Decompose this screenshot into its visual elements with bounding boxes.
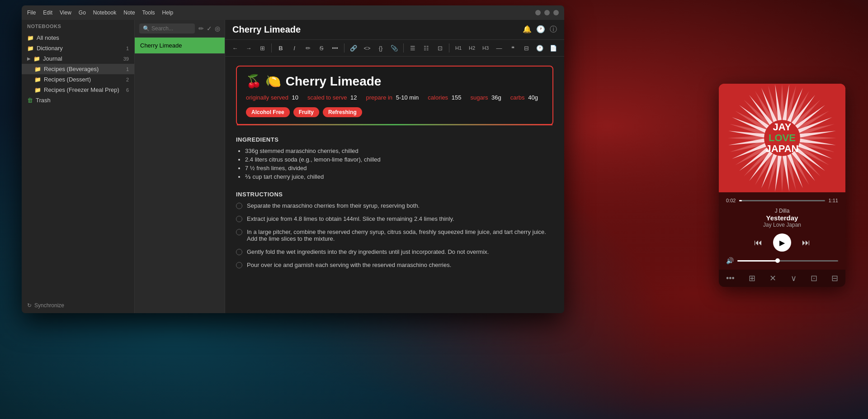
- sidebar-item-trash[interactable]: 🗑 Trash: [22, 95, 134, 105]
- app-body: Notebooks 📁 All notes 📁 Dictionary 1 ▶ 📁…: [22, 20, 564, 313]
- minimize-button[interactable]: —: [535, 10, 541, 15]
- volume-bar[interactable]: [737, 260, 838, 262]
- italic-button[interactable]: I: [288, 42, 301, 54]
- sidebar-item-all-notes[interactable]: 📁 All notes: [22, 33, 134, 43]
- info-icon[interactable]: ⓘ: [550, 25, 557, 34]
- instruction-item: Separate the maraschino cherries from th…: [236, 202, 553, 209]
- page-button[interactable]: 📄: [547, 42, 560, 54]
- more-button[interactable]: •••: [329, 42, 341, 54]
- sidebar-count-dictionary: 1: [126, 46, 129, 51]
- menu-edit[interactable]: Edit: [43, 10, 52, 16]
- share-icon[interactable]: ◎: [215, 25, 220, 32]
- ingredient-list: 336g stemmed maraschino cherries, chille…: [236, 148, 553, 180]
- sidebar-item-dictionary[interactable]: 📁 Dictionary 1: [22, 43, 134, 53]
- chevron-down-icon[interactable]: ∨: [791, 273, 797, 283]
- bold-button[interactable]: B: [274, 42, 287, 54]
- sidebar-label-journal: Journal: [43, 55, 62, 62]
- history-icon[interactable]: 🕐: [536, 25, 545, 34]
- instruction-radio[interactable]: [236, 216, 242, 222]
- track-album: Jay Love Japan: [726, 222, 838, 228]
- tag-refreshing[interactable]: Refreshing: [323, 107, 362, 117]
- instruction-radio[interactable]: [236, 229, 242, 235]
- menu-file[interactable]: File: [27, 10, 36, 16]
- cast-icon[interactable]: ⊟: [831, 273, 838, 283]
- h1-button[interactable]: H1: [452, 42, 465, 54]
- player-controls: ⏮ ▶ ⏭: [726, 233, 838, 252]
- alarm-icon[interactable]: 🔔: [523, 25, 532, 34]
- instruction-radio[interactable]: [236, 249, 242, 255]
- instruction-radio[interactable]: [236, 203, 242, 209]
- recipe-card: 🍒 🍋 Cherry Limeade originally served 10 …: [236, 66, 553, 125]
- sidebar-item-recipes-dessert[interactable]: 📁 Recipes (Dessert) 2: [22, 74, 134, 85]
- instruction-radio[interactable]: [236, 262, 242, 268]
- next-button[interactable]: ⏭: [802, 238, 810, 248]
- h3-button[interactable]: H3: [479, 42, 492, 54]
- instruction-text: Extract juice from 4.8 limes to obtain 1…: [247, 215, 454, 222]
- check-icon[interactable]: ✓: [207, 25, 212, 32]
- note-list-toolbar: 🔍 ✏ ✓ ◎: [135, 20, 225, 38]
- table-button[interactable]: ⊟: [520, 42, 533, 54]
- sidebar-item-journal[interactable]: ▶ 📁 Journal 39: [22, 53, 134, 64]
- new-note-icon[interactable]: ✏: [198, 25, 204, 32]
- code-button[interactable]: <>: [361, 42, 373, 54]
- attach-button[interactable]: 📎: [388, 42, 401, 54]
- close-player-icon[interactable]: ✕: [769, 273, 776, 283]
- search-box[interactable]: 🔍: [139, 24, 195, 33]
- window-controls: — □ ×: [535, 10, 559, 15]
- sidebar-item-recipes-freezer[interactable]: 📁 Recipes (Freezer Meal Prep) 6: [22, 85, 134, 95]
- close-button[interactable]: ×: [553, 10, 559, 15]
- forward-button[interactable]: →: [242, 42, 255, 54]
- track-info: J Dilla Yesterday Jay Love Japan: [726, 208, 838, 228]
- previous-button[interactable]: ⏮: [754, 238, 762, 248]
- play-button[interactable]: ▶: [773, 233, 791, 252]
- divider-button[interactable]: —: [493, 42, 505, 54]
- progress-total: 1:11: [829, 198, 838, 203]
- menu-dots-icon[interactable]: •••: [726, 274, 735, 283]
- strikethrough-button[interactable]: S: [315, 42, 328, 54]
- sidebar-label-recipes-freezer: Recipes (Freezer Meal Prep): [44, 86, 119, 93]
- tag-fruity[interactable]: Fruity: [293, 107, 319, 117]
- scaled-to-serve-value: 12: [350, 94, 357, 101]
- recipe-card-title: 🍒 🍋 Cherry Limeade: [246, 74, 543, 89]
- volume-icon[interactable]: 🔊: [726, 257, 734, 264]
- player-body: 0:02 1:11 J Dilla Yesterday Jay Love Jap…: [719, 192, 845, 270]
- search-input[interactable]: [151, 25, 191, 32]
- h2-button[interactable]: H2: [466, 42, 478, 54]
- link-button[interactable]: 🔗: [347, 42, 360, 54]
- album-line1: JAY: [766, 122, 799, 133]
- block-button[interactable]: {}: [374, 42, 387, 54]
- recipe-title: Cherry Limeade: [286, 74, 382, 89]
- bullet-list-button[interactable]: ☰: [406, 42, 419, 54]
- sidebar-count-journal: 39: [123, 56, 129, 62]
- screen-icon[interactable]: ⊞: [749, 273, 755, 283]
- time-button[interactable]: 🕐: [533, 42, 546, 54]
- originally-served-value: 10: [292, 94, 298, 101]
- number-list-button[interactable]: ☷: [420, 42, 433, 54]
- back-button[interactable]: ←: [229, 42, 241, 54]
- menu-help[interactable]: Help: [162, 10, 174, 16]
- highlight-button[interactable]: ✏: [302, 42, 314, 54]
- menu-view[interactable]: View: [60, 10, 71, 16]
- ingredient-item: ⅔ cup tart cherry juice, chilled: [245, 173, 553, 180]
- sync-button[interactable]: ↻ Synchronize: [22, 298, 134, 313]
- maximize-button[interactable]: □: [544, 10, 550, 15]
- menu-note[interactable]: Note: [123, 10, 135, 16]
- volume-knob[interactable]: [775, 258, 780, 263]
- music-player: JAY LOVE JAPAN 0:02 1:11 J Dilla Yesterd…: [719, 84, 845, 287]
- menu-go[interactable]: Go: [79, 10, 86, 16]
- checkbox-button[interactable]: ⊡: [434, 42, 446, 54]
- album-text: JAY LOVE JAPAN: [766, 122, 799, 155]
- note-item-cherry-limeade[interactable]: Cherry Limeade: [135, 38, 225, 54]
- progress-bar[interactable]: [739, 200, 825, 201]
- menu-tools[interactable]: Tools: [142, 10, 155, 16]
- minimize-player-icon[interactable]: ⊡: [811, 273, 817, 283]
- main-window: File Edit View Go Notebook Note Tools He…: [22, 5, 564, 313]
- progress-current: 0:02: [726, 198, 736, 203]
- tag-alcohol-free[interactable]: Alcohol Free: [246, 107, 290, 117]
- quote-button[interactable]: ❝: [506, 42, 519, 54]
- insert-button[interactable]: ⊞: [256, 42, 269, 54]
- folder-icon: 📁: [34, 76, 41, 83]
- menu-notebook[interactable]: Notebook: [93, 10, 116, 16]
- album-line3: JAPAN: [766, 143, 799, 154]
- sidebar-item-recipes-beverages[interactable]: 📁 Recipes (Beverages) 1: [22, 64, 134, 74]
